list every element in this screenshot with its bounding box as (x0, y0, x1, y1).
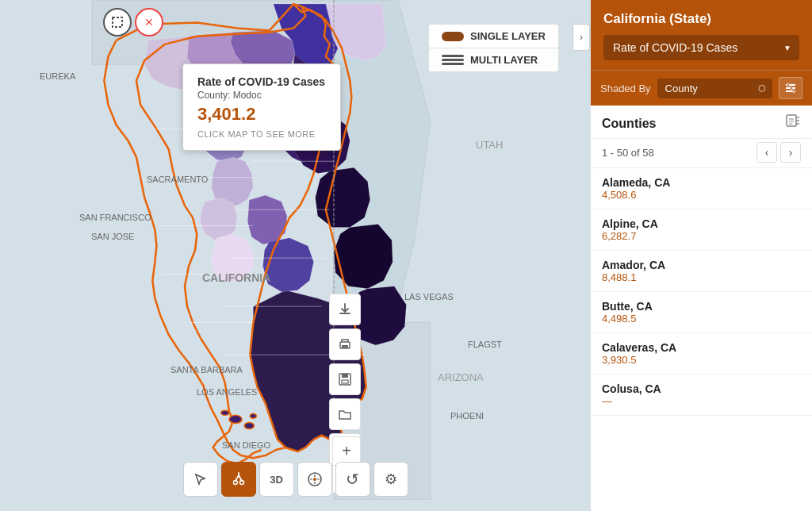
county-list-item[interactable]: Colusa, CA — (591, 375, 812, 416)
svg-rect-23 (342, 380, 348, 383)
map-tooltip: Rate of COVID-19 Cases County: Modoc 3,4… (182, 63, 341, 151)
county-value: 4,498.5 (602, 313, 801, 325)
tooltip-value: 3,401.2 (197, 104, 326, 125)
county-list: Alameda, CA 4,508.6 Alpine, CA 6,282.7 A… (591, 168, 812, 511)
metric-select-wrapper[interactable]: Rate of COVID-19 Cases (603, 35, 799, 60)
panel-header: California (State) Rate of COVID-19 Case… (591, 0, 812, 70)
county-name: Alpine, CA (602, 217, 801, 230)
multi-layer-option[interactable]: MULTI LAYER (428, 48, 559, 72)
map-toolbar: 3D ↺ ⚙ (183, 462, 408, 497)
multi-layer-icon (442, 55, 464, 66)
county-list-item[interactable]: Alameda, CA 4,508.6 (591, 168, 812, 209)
counties-pagination: 1 - 50 of 58 ‹ › (591, 139, 812, 168)
county-name: Butte, CA (602, 300, 801, 313)
page-info: 1 - 50 of 58 (602, 147, 654, 159)
tooltip-title: Rate of COVID-19 Cases (197, 75, 326, 88)
print-button[interactable] (329, 328, 361, 360)
single-layer-option[interactable]: SINGLE LAYER (428, 24, 559, 48)
close-selection-button[interactable]: ✕ (135, 8, 163, 36)
settings-button[interactable]: ⚙ (373, 462, 408, 497)
save-button[interactable] (329, 363, 361, 395)
svg-rect-18 (113, 17, 122, 27)
next-page-button[interactable]: › (780, 142, 801, 163)
compass-button[interactable] (297, 462, 332, 497)
cut-tool-button[interactable] (221, 462, 256, 497)
counties-title: Counties (602, 117, 656, 131)
county-value: — (602, 395, 801, 407)
panel-collapse-button[interactable]: › (573, 24, 590, 51)
svg-point-37 (791, 87, 793, 90)
svg-point-32 (313, 478, 316, 481)
county-name: Amador, CA (602, 259, 801, 271)
svg-point-1 (229, 415, 242, 423)
county-value: 4,508.6 (602, 189, 801, 201)
selection-box-button[interactable] (103, 8, 132, 36)
tooltip-cta: CLICK MAP TO SEE MORE (197, 129, 326, 139)
svg-point-4 (250, 413, 256, 418)
collapse-arrow-icon: › (580, 32, 583, 43)
county-value: 8,488.1 (602, 271, 801, 283)
select-tool-button[interactable] (183, 462, 218, 497)
county-name: Calaveras, CA (602, 341, 801, 354)
shaded-by-select[interactable]: County (657, 79, 772, 98)
folder-button[interactable] (329, 398, 361, 430)
layer-switcher: SINGLE LAYER MULTI LAYER (428, 24, 559, 72)
download-button[interactable] (329, 294, 361, 325)
panel-title: California (State) (603, 11, 799, 27)
tooltip-county: County: Modoc (197, 90, 326, 101)
county-name: Colusa, CA (602, 382, 801, 395)
multi-layer-label: MULTI LAYER (470, 54, 538, 66)
county-list-item[interactable]: Calaveras, CA 3,930.5 (591, 333, 812, 375)
counties-header: Counties (591, 106, 812, 139)
svg-rect-22 (342, 374, 348, 378)
shaded-options-button[interactable] (779, 77, 802, 99)
prev-page-button[interactable]: ‹ (756, 142, 777, 163)
zoom-in-button[interactable]: + (332, 436, 361, 465)
shaded-by-bar: Shaded By County (591, 70, 812, 106)
undo-button[interactable]: ↺ (335, 462, 370, 497)
svg-point-36 (787, 84, 790, 86)
county-name: Alameda, CA (602, 176, 801, 189)
svg-point-38 (793, 90, 795, 93)
map-selection-controls: ✕ (103, 8, 163, 36)
svg-rect-39 (787, 115, 796, 126)
single-layer-label: SINGLE LAYER (470, 30, 546, 42)
county-list-item[interactable]: Butte, CA 4,498.5 (591, 292, 812, 333)
map-container[interactable]: EUREKA SACRAMENTO SAN FRANCISCO SAN JOSE… (0, 0, 591, 511)
shaded-select-wrapper[interactable]: County (657, 79, 772, 98)
metric-select-dropdown[interactable]: Rate of COVID-19 Cases (603, 35, 799, 60)
county-value: 6,282.7 (602, 230, 801, 242)
right-panel: California (State) Rate of COVID-19 Case… (591, 0, 812, 511)
single-layer-icon (442, 32, 464, 41)
county-list-item[interactable]: Alpine, CA 6,282.7 (591, 209, 812, 251)
svg-point-3 (221, 410, 229, 415)
svg-rect-20 (342, 345, 348, 348)
3d-toggle-button[interactable]: 3D (259, 462, 294, 497)
county-value: 3,930.5 (602, 354, 801, 366)
svg-point-2 (244, 422, 254, 428)
counties-export-button[interactable] (785, 113, 801, 133)
shaded-by-label: Shaded By (600, 83, 651, 94)
county-list-item[interactable]: Amador, CA 8,488.1 (591, 251, 812, 292)
